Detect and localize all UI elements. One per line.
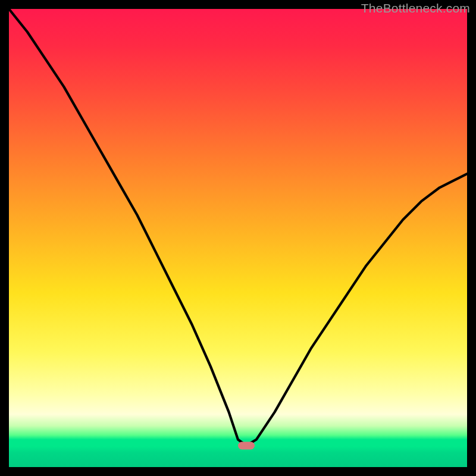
- optimum-marker: [238, 441, 255, 449]
- plot-area: [9, 9, 467, 467]
- chart-frame: TheBottleneck.com: [0, 0, 476, 476]
- bottleneck-curve: [9, 9, 467, 467]
- watermark-text: TheBottleneck.com: [361, 1, 470, 15]
